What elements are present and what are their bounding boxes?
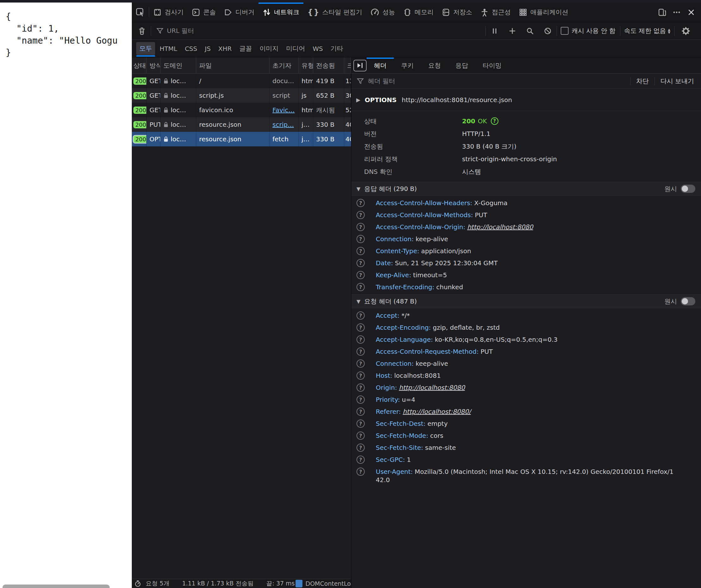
resend-request-button[interactable]: 다시 보내기 bbox=[655, 77, 701, 85]
header-row[interactable]: Priority:u=4 bbox=[352, 394, 701, 406]
url-filter-input[interactable]: URL 필터 bbox=[156, 27, 485, 35]
request-row[interactable]: 200 GET loc… script.js script js 652 B 3… bbox=[132, 88, 351, 103]
filter-pill[interactable]: 기타 bbox=[327, 42, 346, 55]
filter-pill[interactable]: HTML bbox=[157, 43, 181, 55]
search-button[interactable] bbox=[521, 27, 539, 35]
filter-pill[interactable]: 이미지 bbox=[256, 42, 282, 55]
add-request-button[interactable] bbox=[503, 27, 521, 35]
tab-network[interactable]: 네트워크 bbox=[258, 3, 303, 22]
request-headers-section[interactable]: ▼ 요청 헤더 (487 B) 원시 bbox=[352, 294, 701, 308]
request-row[interactable]: 200 OPTIONS loc… resource.json fetch j… … bbox=[132, 132, 351, 146]
header-row[interactable]: Access-Control-Request-Method:PUT bbox=[352, 346, 701, 358]
help-icon[interactable] bbox=[357, 283, 365, 291]
raw-toggle[interactable] bbox=[681, 297, 695, 306]
tab-storage[interactable]: 저장소 bbox=[438, 3, 476, 22]
col-method[interactable]: 방식 bbox=[147, 57, 161, 73]
header-row[interactable]: Sec-Fetch-Dest:empty bbox=[352, 418, 701, 430]
tab-style-editor[interactable]: { } 스타일 편집기 bbox=[303, 3, 366, 22]
tab-memory[interactable]: 메모리 bbox=[399, 3, 438, 22]
tab-application[interactable]: 애플리케이션 bbox=[515, 3, 572, 22]
help-icon[interactable] bbox=[357, 336, 365, 344]
header-row[interactable]: User-Agent:Mozilla/5.0 (Macintosh; Intel… bbox=[352, 466, 701, 486]
help-icon[interactable] bbox=[357, 259, 365, 267]
response-headers-section[interactable]: ▼ 응답 헤더 (290 B) 원시 bbox=[352, 182, 701, 196]
help-icon[interactable] bbox=[357, 383, 365, 392]
filter-pill[interactable]: 모두 bbox=[136, 42, 155, 55]
help-icon[interactable] bbox=[357, 371, 365, 380]
block-button[interactable] bbox=[539, 27, 556, 35]
status-help-icon[interactable] bbox=[491, 117, 498, 125]
pick-element-button[interactable] bbox=[132, 3, 149, 22]
header-row[interactable]: Connection:keep-alive bbox=[352, 233, 701, 245]
filter-pill[interactable]: JS bbox=[202, 43, 214, 55]
performance-analysis-icon[interactable] bbox=[354, 60, 367, 71]
help-icon[interactable] bbox=[357, 247, 365, 255]
block-request-button[interactable]: 차단 bbox=[631, 77, 655, 85]
filter-pill[interactable]: XHR bbox=[215, 43, 235, 55]
header-row[interactable]: Keep-Alive:timeout=5 bbox=[352, 269, 701, 281]
page-horizontal-scrollbar[interactable] bbox=[3, 585, 110, 588]
help-icon[interactable] bbox=[357, 407, 365, 416]
header-row[interactable]: Content-Type:application/json bbox=[352, 245, 701, 257]
help-icon[interactable] bbox=[357, 419, 365, 428]
tab-inspector[interactable]: 검사기 bbox=[149, 3, 188, 22]
col-file[interactable]: 파일 bbox=[196, 57, 270, 73]
col-size[interactable]: 크기 bbox=[344, 57, 351, 73]
header-row[interactable]: Host:localhost:8081 bbox=[352, 370, 701, 382]
header-row[interactable]: Date:Sun, 21 Sep 2025 12:30:04 GMT bbox=[352, 257, 701, 269]
help-icon[interactable] bbox=[357, 211, 365, 219]
details-tab[interactable]: 응답 bbox=[448, 57, 475, 73]
header-row[interactable]: Access-Control-Allow-Methods:PUT bbox=[352, 209, 701, 221]
header-row[interactable]: Sec-Fetch-Mode:cors bbox=[352, 430, 701, 442]
help-icon[interactable] bbox=[357, 235, 365, 243]
help-icon[interactable] bbox=[357, 271, 365, 279]
help-icon[interactable] bbox=[357, 395, 365, 404]
disable-cache-label[interactable]: 캐시 사용 안 함 bbox=[572, 27, 616, 35]
filter-pill[interactable]: WS bbox=[309, 43, 326, 55]
request-row[interactable]: 200 PUT loc… resource.json scrip… j… 330… bbox=[132, 117, 351, 132]
tab-console[interactable]: 콘솔 bbox=[188, 3, 220, 22]
header-row[interactable]: Sec-GPC:1 bbox=[352, 454, 701, 466]
col-transferred[interactable]: 전송됨 bbox=[313, 57, 344, 73]
header-row[interactable]: Accept-Encoding:gzip, deflate, br, zstd bbox=[352, 322, 701, 334]
header-row[interactable]: Access-Control-Allow-Headers:X-Goguma bbox=[352, 197, 701, 209]
help-icon[interactable] bbox=[357, 199, 365, 207]
details-tab[interactable]: 헤더 bbox=[367, 57, 394, 73]
header-row[interactable]: Access-Control-Allow-Origin:http://local… bbox=[352, 221, 701, 233]
responsive-design-mode-button[interactable] bbox=[655, 3, 669, 22]
header-row[interactable]: Connection:keep-alive bbox=[352, 358, 701, 370]
help-icon[interactable] bbox=[357, 455, 365, 464]
col-domain[interactable]: 도메인 bbox=[161, 57, 196, 73]
raw-toggle[interactable] bbox=[681, 185, 695, 193]
help-icon[interactable] bbox=[357, 348, 365, 356]
header-row[interactable]: Sec-Fetch-Site:same-site bbox=[352, 442, 701, 454]
request-summary-line[interactable]: ▶ OPTIONS http://localhost:8081/resource… bbox=[352, 89, 701, 111]
meatball-menu-button[interactable] bbox=[669, 3, 684, 22]
col-type[interactable]: 유형 bbox=[299, 57, 313, 73]
tab-performance[interactable]: 성능 bbox=[366, 3, 399, 22]
tab-accessibility[interactable]: 접근성 bbox=[476, 3, 515, 22]
disable-cache-checkbox[interactable] bbox=[561, 27, 568, 35]
tab-debugger[interactable]: 디버거 bbox=[220, 3, 258, 22]
details-tab[interactable]: 타이밍 bbox=[475, 57, 509, 73]
throttle-select[interactable]: 속도 제한 없음 ▲▼ bbox=[621, 27, 674, 35]
help-icon[interactable] bbox=[357, 443, 365, 452]
pause-button[interactable] bbox=[486, 27, 503, 35]
settings-gear-button[interactable] bbox=[677, 27, 695, 35]
col-status[interactable]: 상태 bbox=[132, 57, 147, 73]
help-icon[interactable] bbox=[357, 324, 365, 332]
details-tab[interactable]: 쿠키 bbox=[394, 57, 421, 73]
header-row[interactable]: Accept-Language:ko-KR,ko;q=0.8,en-US;q=0… bbox=[352, 334, 701, 346]
header-row[interactable]: Accept:*/* bbox=[352, 310, 701, 322]
help-icon[interactable] bbox=[357, 467, 365, 476]
help-icon[interactable] bbox=[357, 223, 365, 231]
header-row[interactable]: Referer:http://localhost:8080/ bbox=[352, 406, 701, 418]
help-icon[interactable] bbox=[357, 359, 365, 368]
filter-pill[interactable]: CSS bbox=[182, 43, 200, 55]
filter-pill[interactable]: 글꼴 bbox=[236, 42, 255, 55]
close-devtools-button[interactable] bbox=[684, 3, 698, 22]
details-tab[interactable]: 요청 bbox=[421, 57, 448, 73]
headers-filter-input[interactable]: 헤더 필터 bbox=[368, 77, 395, 85]
col-initiator[interactable]: 초기자 bbox=[270, 57, 299, 73]
filter-pill[interactable]: 미디어 bbox=[283, 42, 308, 55]
